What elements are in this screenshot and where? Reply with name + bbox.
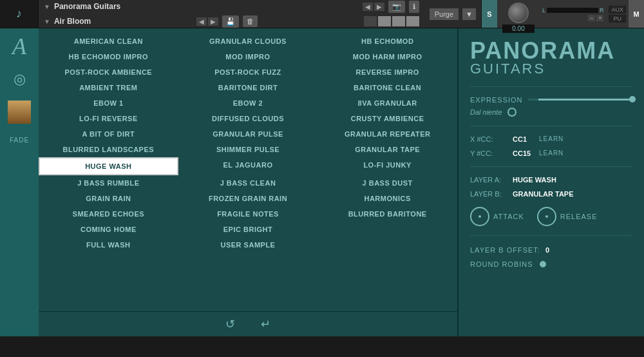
preset-item[interactable]: LO-FI REVERSE (39, 111, 178, 126)
attack-label: ATTACK (493, 213, 524, 220)
preset-item[interactable]: FULL WASH (39, 237, 178, 253)
preset-item[interactable]: EBOW 1 (39, 95, 178, 111)
divider-3 (470, 166, 632, 167)
preset-item[interactable]: POST-ROCK FUZZ (178, 64, 318, 80)
preset-title: Air Bloom (54, 17, 91, 26)
preset-item[interactable]: FRAGILE NOTES (178, 206, 318, 222)
sidebar-fade-label: FADE (10, 137, 29, 144)
preset-item[interactable]: HUGE WASH (39, 157, 178, 175)
preset-item[interactable]: AMERICAN CLEAN (39, 34, 178, 49)
save-btn[interactable]: 💾 (222, 15, 239, 28)
minus-btn[interactable]: − (588, 15, 595, 21)
preset-item[interactable]: CRUSTY AMBIENCE (317, 111, 457, 126)
preset-item[interactable]: EBOW 2 (178, 95, 318, 111)
preset-item[interactable]: J BASS DUST (317, 175, 457, 191)
preset-item[interactable] (317, 237, 457, 253)
preset-item[interactable]: USER SAMPLE (178, 237, 318, 253)
preset-item[interactable]: FROZEN GRAIN RAIN (178, 191, 318, 206)
tune-area: Tune 0.00 (497, 0, 540, 34)
fader-seg-3 (392, 16, 405, 26)
preset-item[interactable] (317, 222, 457, 237)
y-cc-value: CC15 (513, 150, 535, 157)
offset-label: LAYER B OFFSET: (470, 246, 540, 254)
preset-item[interactable]: POST-ROCK AMBIENCE (39, 64, 178, 80)
offset-row: LAYER B OFFSET: 0 (470, 246, 632, 254)
instrument-nav[interactable]: ◀ ▶ (363, 3, 384, 11)
preset-item[interactable]: GRANULAR PULSE (178, 126, 318, 142)
s-button[interactable]: S (482, 0, 497, 28)
tune-value[interactable]: 0.00 (502, 24, 535, 33)
preset-item[interactable]: J BASS RUMBLE (39, 175, 178, 191)
preset-item[interactable]: GRANULAR REPEATER (317, 126, 457, 142)
r-label: R (600, 7, 604, 14)
instrument-title: Panorama Guitars (54, 2, 120, 11)
expression-fill (538, 99, 632, 101)
enter-icon[interactable]: ↵ (261, 317, 270, 331)
preset-item[interactable]: REVERSE IMPRO (317, 64, 457, 80)
fader-seg-1 (364, 16, 377, 26)
purge-btn[interactable]: Purge (430, 8, 459, 20)
plus-btn[interactable]: + (596, 15, 603, 21)
expression-slider[interactable] (528, 99, 632, 101)
sidebar-fade-box[interactable] (8, 101, 31, 124)
title-arrow: ▼ (44, 3, 50, 10)
preset-item[interactable]: HARMONICS (317, 191, 457, 206)
release-knob[interactable] (537, 207, 556, 226)
info-btn[interactable]: ℹ (409, 1, 419, 13)
preset-item[interactable]: GRAIN RAIN (39, 191, 178, 206)
dal-niente-toggle[interactable] (507, 108, 516, 117)
delete-btn[interactable]: 🗑 (243, 15, 258, 27)
x-learn-btn[interactable]: LEARN (539, 135, 564, 142)
level-bar-l (547, 8, 598, 13)
undo-icon[interactable]: ↺ (225, 317, 235, 331)
layer-a-label: LAYER A: (470, 176, 509, 184)
preset-item[interactable]: BARITONE DIRT (178, 80, 318, 95)
preset-item[interactable]: BLURRED BARITONE (317, 206, 457, 222)
preset-item[interactable]: COMING HOME (39, 222, 178, 237)
release-knob-inner (545, 215, 548, 218)
top-bar: ♪ ▼ Panorama Guitars ◀ ▶ 📷 ℹ ▼ Air Bloom… (0, 0, 644, 28)
preset-item[interactable]: GRANULAR CLOUDS (178, 34, 318, 49)
next-preset-btn[interactable]: ▶ (208, 17, 218, 26)
preset-item[interactable]: EL JAGUARO (178, 157, 318, 175)
aux-pu-area: AUX PU (606, 5, 629, 24)
round-robins-row: ROUND ROBINS (470, 260, 632, 268)
expression-label: EXPRESSION (470, 96, 523, 104)
preset-item[interactable]: SHIMMER PULSE (178, 142, 318, 157)
tune-knob[interactable] (508, 3, 529, 23)
preset-item[interactable]: A BIT OF DIRT (39, 126, 178, 142)
round-robins-dot[interactable] (540, 261, 546, 267)
fader-seg-4 (406, 16, 419, 26)
m-button[interactable]: M (629, 0, 644, 28)
bottom-bar: ↺ ↵ (39, 311, 457, 336)
camera-btn[interactable]: 📷 (388, 1, 405, 13)
layer-a-value: HUGE WASH (513, 176, 556, 184)
preset-item[interactable]: HB ECHOMOD IMPRO (39, 49, 178, 64)
preset-item[interactable]: LO-FI JUNKY (317, 157, 457, 175)
preset-item[interactable]: BLURRED LANDSCAPES (39, 142, 178, 157)
preset-item[interactable]: HB ECHOMOD (317, 34, 457, 49)
preset-nav[interactable]: ◀ ▶ (196, 17, 218, 26)
expression-row: EXPRESSION (470, 96, 632, 104)
aux-label: AUX (609, 6, 626, 14)
preset-item[interactable]: SMEARED ECHOES (39, 206, 178, 222)
y-learn-btn[interactable]: LEARN (539, 150, 564, 157)
preset-item[interactable]: MOD IMPRO (178, 49, 318, 64)
preset-item[interactable]: MOD HARM IMPRO (317, 49, 457, 64)
preset-item[interactable]: DIFFUSED CLOUDS (178, 111, 318, 126)
next-instrument-btn[interactable]: ▶ (374, 3, 384, 11)
layer-a-row: LAYER A: HUGE WASH (470, 176, 632, 184)
purge-dropdown-btn[interactable]: ▼ (462, 8, 476, 20)
preset-item[interactable]: J BASS CLEAN (178, 175, 318, 191)
preset-item[interactable]: 8VA GRANULAR (317, 95, 457, 111)
x-cc-row: X #CC: CC1 LEARN (470, 135, 632, 143)
preset-item[interactable]: AMBIENT TREM (39, 80, 178, 95)
preset-item[interactable]: EPIC BRIGHT (178, 222, 318, 237)
attack-knob[interactable] (470, 207, 489, 226)
prev-preset-btn[interactable]: ◀ (196, 17, 207, 26)
attack-release-row: ATTACK RELEASE (470, 207, 632, 226)
preset-item[interactable]: BARITONE CLEAN (317, 80, 457, 95)
top-controls: Purge ▼ (424, 0, 481, 28)
preset-item[interactable]: GRANULAR TAPE (317, 142, 457, 157)
prev-instrument-btn[interactable]: ◀ (363, 3, 373, 11)
